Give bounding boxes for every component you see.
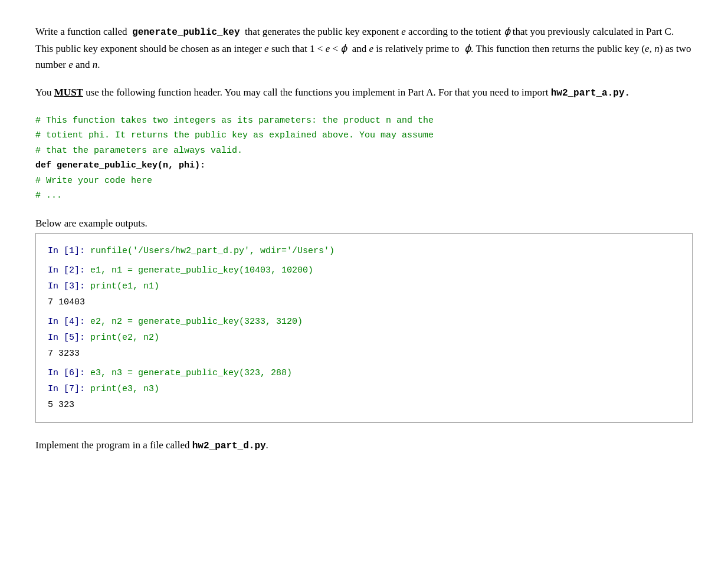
comment-line-1: # This function takes two integers as it… (35, 113, 693, 129)
n-var-1: n (654, 43, 660, 54)
bottom-part1: Implement the program in a file called (35, 439, 192, 451)
output-3: 7 10403 (48, 294, 680, 310)
in1-code: runfile('/Users/hw2_part_d.py', wdir='/U… (85, 246, 335, 256)
in1-prompt: In [1]: (48, 246, 85, 256)
in2-code: e1, n1 = generate_public_key(10403, 1020… (85, 265, 313, 275)
phi-var-1: ϕ (504, 26, 510, 37)
comment-line-2: # totient phi. It returns the public key… (35, 128, 693, 143)
example-line-2: In [2]: e1, n1 = generate_public_key(104… (48, 262, 680, 278)
e-var-4: e (369, 43, 374, 54)
in6-code: e3, n3 = generate_public_key(323, 288) (85, 368, 292, 378)
in4-code: e2, n2 = generate_public_key(3233, 3120) (85, 317, 303, 327)
example-outputs-box: In [1]: runfile('/Users/hw2_part_d.py', … (35, 233, 693, 423)
output-5: 7 3233 (48, 346, 680, 362)
comment-line-3: # that the parameters are always valid. (35, 143, 693, 159)
in5-prompt: In [5]: (48, 333, 85, 343)
import-filename: hw2_part_a.py. (551, 88, 630, 99)
code-template-block: # This function takes two integers as it… (35, 113, 693, 204)
e-var-1: e (401, 26, 406, 37)
phi-var-3: ϕ (464, 43, 471, 54)
bottom-paragraph: Implement the program in a file called h… (35, 437, 693, 454)
below-label: Below are example outputs. (35, 218, 693, 229)
example-line-7: In [7]: print(e3, n3) (48, 381, 680, 397)
in7-prompt: In [7]: (48, 384, 85, 394)
bottom-filename: hw2_part_d.py (192, 441, 266, 451)
example-line-4: In [4]: e2, n2 = generate_public_key(323… (48, 314, 680, 330)
in4-prompt: In [4]: (48, 317, 85, 327)
in7-code: print(e3, n3) (85, 384, 159, 394)
in5-code: print(e2, n2) (85, 333, 159, 343)
intro-paragraph-2: You MUST use the following function head… (35, 84, 693, 101)
intro-paragraph-1: Write a function called generate_public_… (35, 24, 693, 73)
dots-comment: # ... (35, 188, 693, 204)
example-line-5: In [5]: print(e2, n2) (48, 330, 680, 346)
def-line: def generate_public_key(n, phi): (35, 158, 693, 173)
e-var-5: e (645, 43, 650, 54)
in6-prompt: In [6]: (48, 368, 85, 378)
write-code-comment: # Write your code here (35, 173, 693, 189)
example-line-6: In [6]: e3, n3 = generate_public_key(323… (48, 365, 680, 381)
example-line-1: In [1]: runfile('/Users/hw2_part_d.py', … (48, 243, 680, 259)
in2-prompt: In [2]: (48, 265, 85, 275)
e-var-6: e (68, 59, 73, 70)
must-label: MUST (54, 87, 83, 98)
bottom-part2: . (266, 439, 268, 451)
n-var-2: n (93, 59, 98, 70)
e-var-3: e (326, 43, 330, 54)
function-name-code: generate_public_key (132, 27, 240, 38)
in3-code: print(e1, n1) (85, 281, 159, 291)
example-line-3: In [3]: print(e1, n1) (48, 278, 680, 294)
e-var-2: e (264, 43, 269, 54)
content-wrapper: Write a function called generate_public_… (35, 24, 693, 454)
in3-prompt: In [3]: (48, 281, 85, 291)
phi-var-2: ϕ (340, 43, 347, 54)
output-7: 5 323 (48, 397, 680, 413)
